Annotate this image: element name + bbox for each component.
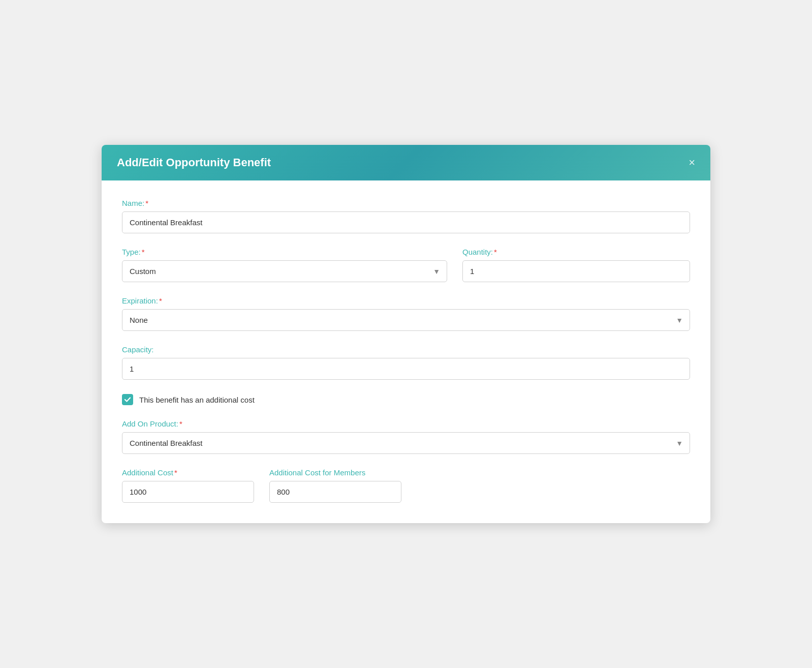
additional-cost-members-section: Additional Cost for Members [269, 468, 401, 503]
additional-cost-checkbox-label: This benefit has an additional cost [139, 396, 255, 404]
costs-row: Additional Cost* Additional Cost for Mem… [122, 468, 690, 503]
expiration-select-wrapper: None 1 Month 3 Months 6 Months 1 Year ▼ [122, 309, 690, 331]
capacity-input[interactable] [122, 358, 690, 380]
capacity-label: Capacity: [122, 345, 690, 354]
modal-body: Name:* Type:* Custom Standard Premium ▼ [102, 180, 710, 523]
modal-title: Add/Edit Opportunity Benefit [117, 156, 271, 169]
type-quantity-row: Type:* Custom Standard Premium ▼ Quantit… [122, 248, 690, 282]
type-label: Type:* [122, 248, 447, 256]
type-section: Type:* Custom Standard Premium ▼ [122, 248, 447, 282]
type-select[interactable]: Custom Standard Premium [122, 260, 447, 282]
expiration-section: Expiration:* None 1 Month 3 Months 6 Mon… [122, 296, 690, 331]
additional-cost-members-label: Additional Cost for Members [269, 468, 401, 477]
additional-cost-section: Additional Cost* [122, 468, 254, 503]
additional-cost-members-input[interactable] [269, 481, 401, 503]
quantity-label: Quantity:* [462, 248, 690, 256]
additional-cost-checkbox[interactable] [122, 394, 133, 405]
addon-product-select-wrapper: Continental Breakfast Full Breakfast Lun… [122, 432, 690, 454]
additional-cost-checkbox-row[interactable]: This benefit has an additional cost [122, 394, 690, 405]
expiration-label: Expiration:* [122, 296, 690, 305]
expiration-select[interactable]: None 1 Month 3 Months 6 Months 1 Year [122, 309, 690, 331]
quantity-section: Quantity:* [462, 248, 690, 282]
checkmark-icon [124, 396, 131, 403]
name-section: Name:* [122, 199, 690, 233]
modal-container: Add/Edit Opportunity Benefit × Name:* Ty… [102, 145, 710, 523]
additional-cost-label: Additional Cost* [122, 468, 254, 477]
additional-cost-input[interactable] [122, 481, 254, 503]
name-label: Name:* [122, 199, 690, 207]
name-input[interactable] [122, 211, 690, 233]
capacity-section: Capacity: [122, 345, 690, 380]
quantity-input[interactable] [462, 260, 690, 282]
close-button[interactable]: × [689, 157, 695, 168]
type-select-wrapper: Custom Standard Premium ▼ [122, 260, 447, 282]
addon-product-select[interactable]: Continental Breakfast Full Breakfast Lun… [122, 432, 690, 454]
modal-header: Add/Edit Opportunity Benefit × [102, 145, 710, 180]
addon-product-label: Add On Product:* [122, 419, 690, 428]
addon-product-section: Add On Product:* Continental Breakfast F… [122, 419, 690, 454]
